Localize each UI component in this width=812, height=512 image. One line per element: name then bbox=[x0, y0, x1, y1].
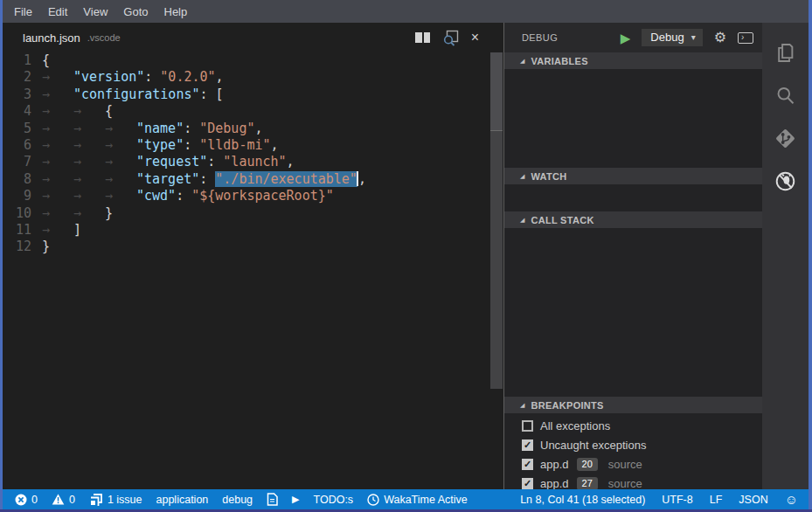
tab-whitespace-icon: → bbox=[42, 171, 73, 188]
todo-indicator[interactable]: TODO:s bbox=[314, 494, 354, 506]
line-number: 12 bbox=[3, 239, 42, 255]
section-header-breakpoints[interactable]: ◢ BREAKPOINTS bbox=[504, 397, 762, 413]
code-line[interactable]: 7→→→"request": "launch", bbox=[3, 154, 489, 170]
start-debug-icon[interactable]: ▶ bbox=[621, 31, 631, 45]
line-number-badge: 27 bbox=[577, 477, 598, 490]
breakpoint-row[interactable]: ✓app.d20source bbox=[504, 454, 762, 474]
breakpoint-label: app.d bbox=[540, 477, 569, 490]
file-task-indicator[interactable] bbox=[267, 493, 278, 506]
line-number: 1 bbox=[3, 52, 42, 69]
twistie-icon: ◢ bbox=[520, 402, 524, 409]
window-border-left bbox=[0, 0, 3, 512]
language-mode[interactable]: JSON bbox=[739, 494, 767, 506]
menu-file[interactable]: File bbox=[6, 5, 40, 18]
menu-edit[interactable]: Edit bbox=[40, 5, 75, 18]
code-line[interactable]: 6→→→"type": "lldb-mi", bbox=[3, 137, 489, 154]
variables-label: VARIABLES bbox=[531, 56, 587, 66]
twistie-icon: ◢ bbox=[520, 58, 524, 65]
tab-whitespace-icon: → bbox=[42, 205, 73, 222]
feedback-smiley-icon[interactable]: ☺ bbox=[785, 493, 798, 506]
editor-scrollbar-track bbox=[489, 23, 504, 489]
editor-scrollbar-thumb[interactable] bbox=[490, 52, 503, 389]
breakpoint-row[interactable]: ✓Uncaught exceptions bbox=[504, 435, 762, 454]
breakpoint-checkbox[interactable]: ✓ bbox=[522, 420, 533, 432]
eol-indicator[interactable]: LF bbox=[710, 494, 723, 506]
warning-count[interactable]: 0 bbox=[52, 494, 75, 506]
line-content: →→→"type": "lldb-mi", bbox=[42, 137, 279, 154]
section-header-watch[interactable]: ◢ WATCH bbox=[504, 168, 762, 184]
code-lines[interactable]: 1{2→"version": "0.2.0",3→"configurations… bbox=[3, 52, 489, 256]
menu-view[interactable]: View bbox=[75, 5, 115, 18]
line-number: 8 bbox=[3, 171, 42, 188]
breakpoints-list: ✓All exceptions✓Uncaught exceptions✓app.… bbox=[504, 413, 762, 493]
editor-tab-bar: launch.json .vscode × bbox=[3, 23, 489, 52]
code-line[interactable]: 1{ bbox=[3, 52, 489, 69]
tab-filename[interactable]: launch.json bbox=[23, 31, 80, 45]
task-application[interactable]: application bbox=[156, 494, 209, 506]
breakpoint-checkbox[interactable]: ✓ bbox=[522, 439, 533, 451]
tab-whitespace-icon: → bbox=[73, 121, 105, 137]
debug-sidebar: DEBUG ▶ Debug ▾ ⚙ › ◢ VARIABLES ◢ WATCH … bbox=[504, 23, 762, 489]
line-content: →→} bbox=[42, 205, 113, 222]
debug-panel-title: DEBUG bbox=[522, 32, 558, 43]
line-content: →→{ bbox=[42, 103, 113, 120]
code-line[interactable]: 5→→→"name": "Debug", bbox=[3, 121, 489, 137]
document-icon bbox=[267, 493, 278, 506]
code-line[interactable]: 2→"version": "0.2.0", bbox=[3, 69, 489, 86]
code-line[interactable]: 12} bbox=[3, 239, 489, 255]
watch-label: WATCH bbox=[531, 171, 566, 182]
code-line[interactable]: 4→→{ bbox=[3, 103, 489, 120]
line-number: 6 bbox=[3, 137, 42, 154]
breakpoint-detail: source bbox=[608, 477, 642, 490]
tab-whitespace-icon: → bbox=[105, 121, 136, 137]
line-number: 2 bbox=[3, 69, 42, 86]
source-control-icon[interactable] bbox=[767, 117, 805, 160]
cursor-position[interactable]: Ln 8, Col 41 (18 selected) bbox=[520, 494, 645, 506]
line-content: } bbox=[42, 239, 50, 255]
tab-whitespace-icon: → bbox=[73, 205, 105, 222]
launch-config-dropdown[interactable]: Debug ▾ bbox=[642, 29, 702, 46]
gear-icon[interactable]: ⚙ bbox=[714, 31, 726, 45]
watch-body bbox=[504, 184, 762, 211]
encoding-indicator[interactable]: UTF-8 bbox=[662, 494, 692, 506]
code-line[interactable]: 3→"configurations": [ bbox=[3, 86, 489, 103]
tab-whitespace-icon: → bbox=[73, 154, 105, 170]
clock-icon bbox=[367, 494, 379, 506]
line-number: 5 bbox=[3, 121, 42, 137]
chevron-down-icon: ▾ bbox=[691, 32, 696, 42]
code-line[interactable]: 9→→→"cwd": "${workspaceRoot}" bbox=[3, 188, 489, 204]
menu-help[interactable]: Help bbox=[156, 5, 196, 18]
line-content: →"configurations": [ bbox=[42, 86, 224, 103]
tab-whitespace-icon: → bbox=[42, 222, 73, 239]
breakpoint-row[interactable]: ✓All exceptions bbox=[504, 416, 762, 435]
search-icon[interactable] bbox=[767, 74, 805, 117]
window-border-right bbox=[809, 0, 812, 512]
close-icon[interactable]: × bbox=[471, 31, 479, 45]
breakpoint-checkbox[interactable]: ✓ bbox=[522, 459, 533, 470]
menu-goto[interactable]: Goto bbox=[115, 5, 156, 18]
code-line[interactable]: 11→] bbox=[3, 222, 489, 239]
breakpoint-checkbox[interactable]: ✓ bbox=[522, 478, 533, 489]
error-count[interactable]: 0 bbox=[15, 494, 38, 506]
code-line[interactable]: 10→→} bbox=[3, 205, 489, 222]
debug-toolbar: ▶ Debug ▾ ⚙ › bbox=[621, 29, 753, 46]
explorer-icon[interactable] bbox=[767, 31, 805, 74]
tab-whitespace-icon: → bbox=[105, 154, 136, 170]
tab-whitespace-icon: → bbox=[105, 137, 136, 154]
tab-whitespace-icon: → bbox=[42, 154, 73, 170]
breakpoint-label: Uncaught exceptions bbox=[540, 439, 646, 452]
debug-titlebar: DEBUG ▶ Debug ▾ ⚙ › bbox=[504, 23, 762, 52]
code-line[interactable]: 8→→→"target": "./bin/executable", bbox=[3, 171, 489, 188]
issues-indicator[interactable]: 1 issue bbox=[89, 493, 142, 506]
split-editor-icon[interactable] bbox=[415, 32, 430, 43]
wakatime-indicator[interactable]: WakaTime Active bbox=[367, 494, 468, 506]
status-bar: 0 0 1 issue application debug ▶ TODO:s W… bbox=[3, 489, 809, 509]
run-task-button[interactable]: ▶ bbox=[292, 494, 299, 505]
task-debug[interactable]: debug bbox=[222, 494, 253, 506]
section-header-call-stack[interactable]: ◢ CALL STACK bbox=[504, 211, 762, 228]
open-preview-icon[interactable] bbox=[442, 30, 459, 46]
debug-icon[interactable] bbox=[767, 160, 805, 203]
debug-console-icon[interactable]: › bbox=[738, 32, 753, 44]
section-header-variables[interactable]: ◢ VARIABLES bbox=[504, 52, 762, 69]
tab-whitespace-icon: → bbox=[42, 188, 73, 204]
